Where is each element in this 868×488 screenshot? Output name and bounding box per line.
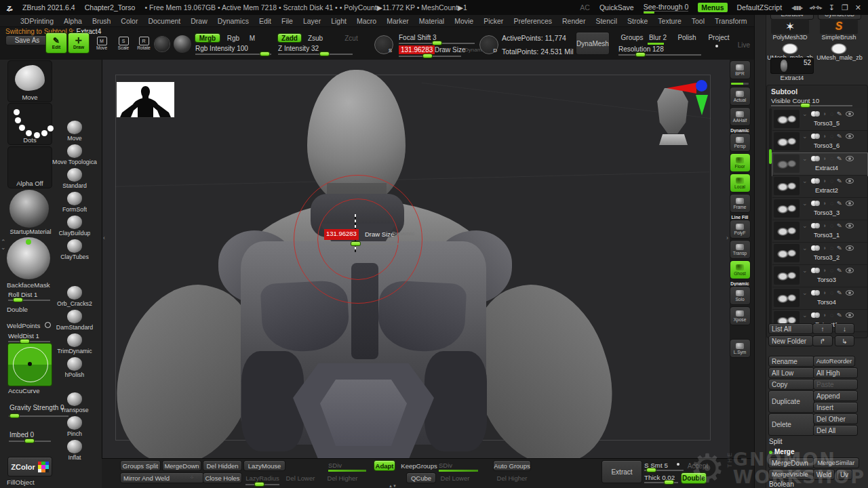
close-holes-button[interactable]: Close Holes <box>203 473 241 483</box>
list-all-button[interactable]: List All <box>769 324 812 333</box>
shelf-button[interactable]: Frame <box>730 195 750 212</box>
zadd-button[interactable]: Zadd <box>278 34 301 42</box>
lazyradius-slider-button[interactable]: LazyRadius <box>244 473 281 483</box>
subtool-row[interactable]: ⌄ ◗ ◌ ✎ Torso3_3 <box>772 198 867 220</box>
polypaint-icon[interactable] <box>811 312 820 318</box>
menu-item[interactable]: Draw <box>191 17 208 25</box>
del-higher2-button[interactable]: Del Higher <box>495 473 529 483</box>
accept-button[interactable]: Accept <box>684 461 712 470</box>
dynamesh-button[interactable]: DynaMesh <box>576 33 609 54</box>
brush-shortcut[interactable]: ClayTubes <box>60 239 89 260</box>
canvas-draw-size-slider[interactable] <box>326 243 399 245</box>
alpha-icon[interactable]: D <box>479 35 498 54</box>
figure-icon[interactable]: ◌ <box>830 178 833 184</box>
rgb-intensity-slider[interactable] <box>195 54 271 55</box>
copy-button[interactable]: Copy <box>769 380 814 389</box>
brush-shortcut[interactable]: hPolish <box>65 357 85 378</box>
alpha-tile[interactable]: Alpha Off <box>8 147 52 188</box>
menu-item[interactable]: Layer <box>303 17 321 25</box>
axis-x-icon[interactable] <box>667 83 696 94</box>
eye-icon[interactable] <box>846 290 854 296</box>
menu-item[interactable]: Stencil <box>595 17 617 25</box>
canvas-draw-size-value[interactable]: 131.96283 <box>324 229 359 240</box>
zscript-button[interactable]: DefaultZScript <box>737 3 783 12</box>
draw-size-value[interactable]: 131.96283 <box>399 45 435 54</box>
umesh-tool[interactable] <box>820 42 858 54</box>
simplebrush-tool[interactable]: S <box>820 19 858 34</box>
move-button[interactable]: M Move <box>92 34 111 53</box>
umesh-tool[interactable] <box>771 42 809 54</box>
startup-material-sphere[interactable] <box>9 190 49 228</box>
focal-shift-slider[interactable] <box>399 43 475 44</box>
zcolor-button[interactable]: ZColor <box>8 458 52 476</box>
subtool-name[interactable]: Extract4 <box>793 165 861 171</box>
sdiv-right-slider[interactable] <box>439 470 478 472</box>
move-into-folder-button[interactable]: ↳ <box>835 336 854 346</box>
m-button[interactable]: M <box>247 34 258 42</box>
accucurve-editor[interactable] <box>8 344 52 386</box>
draw-size-slider[interactable] <box>399 56 461 57</box>
axis-y-icon[interactable] <box>696 95 708 115</box>
figure-icon[interactable]: ◌ <box>830 223 833 229</box>
menu-item[interactable]: Picker <box>484 17 503 25</box>
menu-item[interactable]: Preferences <box>513 17 552 25</box>
funnel-icon[interactable]: ⌄ <box>802 134 808 139</box>
figure-icon[interactable]: ◌ <box>830 245 833 251</box>
del-other-button[interactable]: Del Other <box>814 414 857 424</box>
mirror-axis-icons[interactable]: ⁘ <box>190 475 194 481</box>
subtool-name[interactable]: Torso3_1 <box>793 232 861 239</box>
see-through-handle[interactable] <box>644 12 654 14</box>
edit-icon[interactable]: ✎ <box>837 133 843 140</box>
subtool-row[interactable]: ⌄ ◗ ◌ ✎ Torso3_5 <box>772 108 867 131</box>
eye-icon[interactable] <box>846 245 854 251</box>
double-button[interactable]: Double <box>7 305 53 314</box>
eye-icon[interactable] <box>846 156 854 161</box>
close-icon[interactable]: ✕ <box>855 3 861 12</box>
menu-item[interactable]: Tool <box>692 17 705 25</box>
all-low-button[interactable]: All Low <box>769 368 814 378</box>
minimize-icon[interactable]: ↧ <box>829 3 835 12</box>
zsub-button[interactable]: Zsub <box>305 34 326 42</box>
menu-item[interactable]: Stroke <box>627 17 648 25</box>
shelf-button[interactable]: Actual <box>730 87 750 105</box>
alpha-preview-thumbnail[interactable] <box>117 82 174 117</box>
figure-icon[interactable]: ◌ <box>830 156 833 162</box>
blur-button[interactable]: Blur 2 <box>646 33 669 42</box>
thick-slider[interactable] <box>644 482 678 483</box>
save-as-button[interactable]: Save As <box>6 36 48 45</box>
divider-handle-icon[interactable]: ▲▼ <box>389 484 397 488</box>
menu-item[interactable]: Transform <box>715 17 747 25</box>
resolution-slider[interactable] <box>618 54 701 56</box>
insert-button[interactable]: Insert <box>814 403 857 412</box>
new-folder-button[interactable]: New Folder <box>769 336 812 346</box>
duplicate-button[interactable]: Duplicate <box>769 391 814 412</box>
menu-item[interactable]: File <box>281 17 293 25</box>
visible-count-slider[interactable] <box>771 105 852 106</box>
figure-icon[interactable]: ◌ <box>830 134 833 140</box>
brush-shortcut[interactable]: Move Topologica <box>52 144 97 165</box>
fill-object-button[interactable]: FillObject <box>7 478 53 486</box>
figure-icon[interactable]: ◌ <box>830 268 833 274</box>
subtool-name[interactable]: Extract2 <box>793 187 861 194</box>
rgb-button[interactable]: Rgb <box>224 34 243 42</box>
uv-icon[interactable]: ◗ <box>823 134 827 140</box>
polypaint-icon[interactable] <box>811 290 820 296</box>
extract-button[interactable]: Extract <box>602 461 642 483</box>
subtool-row[interactable]: ⌄ ◗ ◌ ✎ Extract2 <box>772 176 867 198</box>
subtool-name[interactable]: Torso4 <box>793 299 861 306</box>
polymesh3d-tool[interactable]: ✶ <box>771 19 809 34</box>
current-tool-tile[interactable]: 52 <box>771 58 813 73</box>
shelf-button[interactable]: Floor <box>730 154 750 171</box>
figure-icon[interactable]: ◌ <box>830 201 833 207</box>
imbed-slider[interactable] <box>9 441 51 442</box>
subtool-name[interactable]: Torso3 <box>793 277 861 283</box>
menu-item[interactable]: Color <box>121 17 138 25</box>
edit-icon[interactable]: ✎ <box>837 312 843 319</box>
funnel-icon[interactable]: ⌄ <box>802 111 808 117</box>
uv-button[interactable]: Uv <box>837 470 852 479</box>
polypaint-icon[interactable] <box>811 178 820 184</box>
del-lower-button[interactable]: Del Lower <box>285 473 316 483</box>
polypaint-icon[interactable] <box>811 223 820 228</box>
funnel-icon[interactable]: ⌄ <box>802 223 808 228</box>
shelf-button[interactable]: Dynamic Persp <box>730 128 750 151</box>
